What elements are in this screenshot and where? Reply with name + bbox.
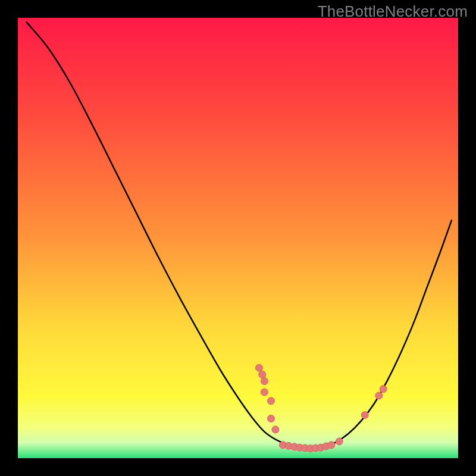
bottleneck-curve (27, 22, 452, 448)
data-marker (256, 364, 263, 371)
chart-stage: TheBottleNecker.com (0, 0, 476, 476)
data-marker (272, 426, 279, 433)
data-marker (380, 386, 387, 393)
data-marker (261, 389, 268, 396)
plot-area (18, 18, 458, 458)
data-marker (375, 392, 383, 399)
chart-svg (18, 18, 458, 458)
data-marker (259, 371, 266, 378)
data-marker (268, 415, 275, 422)
data-marker (261, 378, 268, 385)
data-marker (336, 438, 343, 445)
data-marker (328, 441, 335, 449)
data-marker (268, 397, 275, 405)
data-marker (361, 412, 368, 419)
